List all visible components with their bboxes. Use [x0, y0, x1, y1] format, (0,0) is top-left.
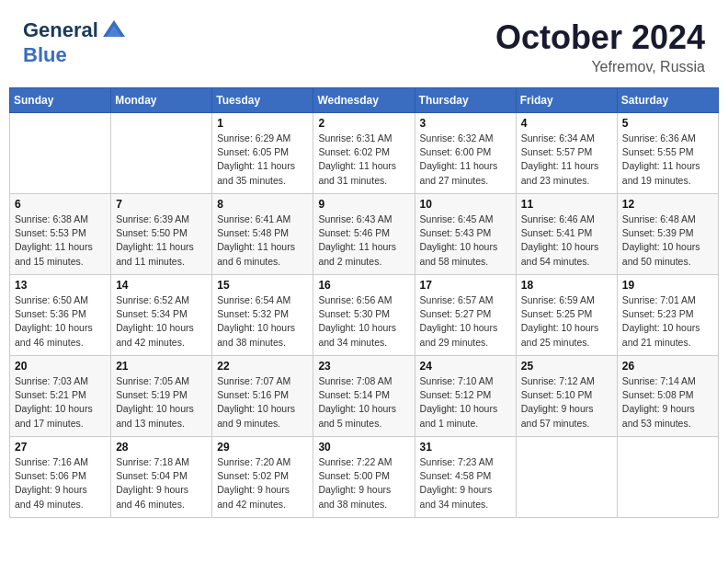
day-number: 4 [521, 117, 612, 130]
day-info: Sunrise: 6:54 AM Sunset: 5:32 PM Dayligh… [217, 293, 308, 350]
calendar-cell: 23Sunrise: 7:08 AM Sunset: 5:14 PM Dayli… [313, 356, 415, 437]
logo-icon [101, 18, 127, 44]
calendar-cell: 13Sunrise: 6:50 AM Sunset: 5:36 PM Dayli… [10, 275, 111, 356]
day-number: 31 [420, 441, 511, 454]
calendar-cell: 29Sunrise: 7:20 AM Sunset: 5:02 PM Dayli… [212, 437, 313, 518]
day-number: 30 [318, 441, 409, 454]
day-number: 7 [116, 198, 207, 211]
day-number: 10 [420, 198, 511, 211]
calendar-cell: 28Sunrise: 7:18 AM Sunset: 5:04 PM Dayli… [111, 437, 212, 518]
day-number: 5 [622, 117, 713, 130]
page-header: General Blue October 2024 Yefremov, Russ… [9, 9, 719, 80]
calendar-cell: 27Sunrise: 7:16 AM Sunset: 5:06 PM Dayli… [10, 437, 111, 518]
day-number: 1 [217, 117, 308, 130]
calendar-cell: 21Sunrise: 7:05 AM Sunset: 5:19 PM Dayli… [111, 356, 212, 437]
weekday-header-friday: Friday [516, 88, 617, 113]
day-info: Sunrise: 6:56 AM Sunset: 5:30 PM Dayligh… [318, 293, 409, 350]
day-info: Sunrise: 6:43 AM Sunset: 5:46 PM Dayligh… [318, 213, 409, 269]
logo-text: General [23, 18, 127, 44]
day-info: Sunrise: 7:22 AM Sunset: 5:00 PM Dayligh… [318, 455, 409, 511]
calendar-cell: 11Sunrise: 6:46 AM Sunset: 5:41 PM Dayli… [516, 194, 617, 275]
day-info: Sunrise: 6:45 AM Sunset: 5:43 PM Dayligh… [420, 213, 511, 269]
calendar-cell: 3Sunrise: 6:32 AM Sunset: 6:00 PM Daylig… [415, 113, 516, 194]
weekday-header-monday: Monday [111, 88, 212, 113]
week-row-5: 27Sunrise: 7:16 AM Sunset: 5:06 PM Dayli… [10, 437, 719, 518]
day-number: 2 [318, 117, 409, 130]
day-info: Sunrise: 6:31 AM Sunset: 6:02 PM Dayligh… [318, 132, 409, 188]
day-info: Sunrise: 6:57 AM Sunset: 5:27 PM Dayligh… [420, 293, 511, 350]
calendar-cell: 10Sunrise: 6:45 AM Sunset: 5:43 PM Dayli… [415, 194, 516, 275]
day-info: Sunrise: 6:48 AM Sunset: 5:39 PM Dayligh… [622, 213, 713, 269]
calendar-cell [111, 113, 212, 194]
day-number: 19 [622, 279, 713, 292]
day-info: Sunrise: 6:59 AM Sunset: 5:25 PM Dayligh… [521, 293, 612, 350]
location: Yefremov, Russia [495, 59, 705, 75]
weekday-header-tuesday: Tuesday [212, 88, 313, 113]
calendar-cell: 17Sunrise: 6:57 AM Sunset: 5:27 PM Dayli… [415, 275, 516, 356]
calendar-cell: 19Sunrise: 7:01 AM Sunset: 5:23 PM Dayli… [617, 275, 718, 356]
day-number: 29 [217, 441, 308, 454]
calendar-cell: 15Sunrise: 6:54 AM Sunset: 5:32 PM Dayli… [212, 275, 313, 356]
day-number: 24 [420, 360, 511, 373]
day-number: 25 [521, 360, 612, 373]
calendar-cell: 16Sunrise: 6:56 AM Sunset: 5:30 PM Dayli… [313, 275, 415, 356]
weekday-header-thursday: Thursday [415, 88, 516, 113]
week-row-2: 6Sunrise: 6:38 AM Sunset: 5:53 PM Daylig… [10, 194, 719, 275]
day-number: 28 [116, 441, 207, 454]
day-number: 16 [318, 279, 409, 292]
day-number: 18 [521, 279, 612, 292]
calendar-cell: 25Sunrise: 7:12 AM Sunset: 5:10 PM Dayli… [516, 356, 617, 437]
day-number: 13 [15, 279, 106, 292]
day-info: Sunrise: 7:14 AM Sunset: 5:08 PM Dayligh… [622, 374, 713, 431]
weekday-header-wednesday: Wednesday [313, 88, 415, 113]
weekday-header-sunday: Sunday [10, 88, 111, 113]
day-number: 12 [622, 198, 713, 211]
calendar-cell: 18Sunrise: 6:59 AM Sunset: 5:25 PM Dayli… [516, 275, 617, 356]
day-number: 6 [15, 198, 106, 211]
day-info: Sunrise: 7:08 AM Sunset: 5:14 PM Dayligh… [318, 374, 409, 431]
calendar-cell: 5Sunrise: 6:36 AM Sunset: 5:55 PM Daylig… [617, 113, 718, 194]
week-row-4: 20Sunrise: 7:03 AM Sunset: 5:21 PM Dayli… [10, 356, 719, 437]
calendar-cell: 30Sunrise: 7:22 AM Sunset: 5:00 PM Dayli… [313, 437, 415, 518]
calendar-cell: 8Sunrise: 6:41 AM Sunset: 5:48 PM Daylig… [212, 194, 313, 275]
weekday-header-row: SundayMondayTuesdayWednesdayThursdayFrid… [10, 88, 719, 113]
calendar-cell: 31Sunrise: 7:23 AM Sunset: 4:58 PM Dayli… [415, 437, 516, 518]
calendar-cell: 2Sunrise: 6:31 AM Sunset: 6:02 PM Daylig… [313, 113, 415, 194]
day-number: 26 [622, 360, 713, 373]
calendar-cell: 22Sunrise: 7:07 AM Sunset: 5:16 PM Dayli… [212, 356, 313, 437]
day-info: Sunrise: 7:16 AM Sunset: 5:06 PM Dayligh… [15, 455, 106, 511]
day-number: 23 [318, 360, 409, 373]
day-info: Sunrise: 6:52 AM Sunset: 5:34 PM Dayligh… [116, 293, 207, 350]
weekday-header-saturday: Saturday [617, 88, 718, 113]
day-info: Sunrise: 6:50 AM Sunset: 5:36 PM Dayligh… [15, 293, 106, 350]
day-info: Sunrise: 6:38 AM Sunset: 5:53 PM Dayligh… [15, 213, 106, 269]
day-number: 11 [521, 198, 612, 211]
day-info: Sunrise: 6:46 AM Sunset: 5:41 PM Dayligh… [521, 213, 612, 269]
month-title: October 2024 [495, 18, 705, 57]
calendar-cell [516, 437, 617, 518]
day-number: 15 [217, 279, 308, 292]
day-info: Sunrise: 7:01 AM Sunset: 5:23 PM Dayligh… [622, 293, 713, 350]
logo-blue-text: Blue [23, 44, 127, 66]
day-info: Sunrise: 6:39 AM Sunset: 5:50 PM Dayligh… [116, 213, 207, 269]
calendar-cell [617, 437, 718, 518]
calendar-cell: 7Sunrise: 6:39 AM Sunset: 5:50 PM Daylig… [111, 194, 212, 275]
day-number: 3 [420, 117, 511, 130]
calendar-cell: 9Sunrise: 6:43 AM Sunset: 5:46 PM Daylig… [313, 194, 415, 275]
title-block: October 2024 Yefremov, Russia [495, 18, 705, 75]
day-info: Sunrise: 7:12 AM Sunset: 5:10 PM Dayligh… [521, 374, 612, 431]
day-info: Sunrise: 7:03 AM Sunset: 5:21 PM Dayligh… [15, 374, 106, 431]
calendar-cell: 12Sunrise: 6:48 AM Sunset: 5:39 PM Dayli… [617, 194, 718, 275]
day-info: Sunrise: 7:10 AM Sunset: 5:12 PM Dayligh… [420, 374, 511, 431]
day-info: Sunrise: 6:29 AM Sunset: 6:05 PM Dayligh… [217, 132, 308, 188]
day-number: 14 [116, 279, 207, 292]
calendar-cell: 1Sunrise: 6:29 AM Sunset: 6:05 PM Daylig… [212, 113, 313, 194]
calendar-cell: 26Sunrise: 7:14 AM Sunset: 5:08 PM Dayli… [617, 356, 718, 437]
day-info: Sunrise: 7:20 AM Sunset: 5:02 PM Dayligh… [217, 455, 308, 511]
logo: General Blue [23, 18, 127, 66]
day-info: Sunrise: 6:36 AM Sunset: 5:55 PM Dayligh… [622, 132, 713, 188]
day-info: Sunrise: 6:34 AM Sunset: 5:57 PM Dayligh… [521, 132, 612, 188]
day-number: 9 [318, 198, 409, 211]
day-number: 17 [420, 279, 511, 292]
day-info: Sunrise: 7:23 AM Sunset: 4:58 PM Dayligh… [420, 455, 511, 511]
